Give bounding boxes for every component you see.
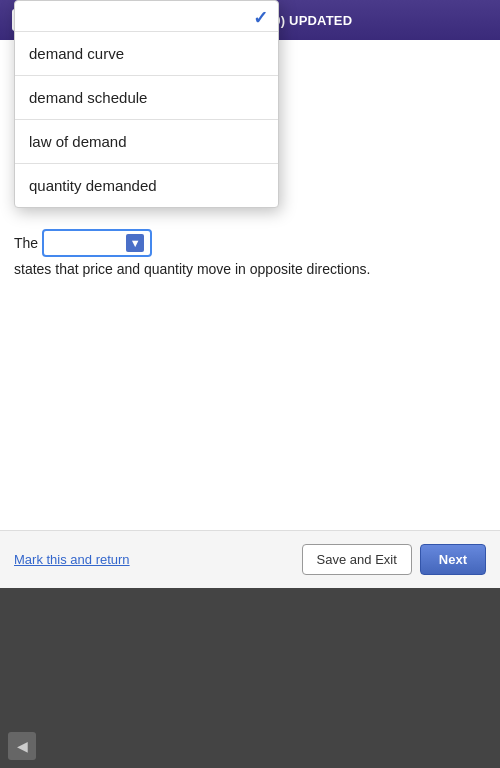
dark-bottom-area: ◀ xyxy=(0,588,500,768)
question-sentence: The ▼ states that price and quantity mov… xyxy=(0,215,500,291)
save-exit-button[interactable]: Save and Exit xyxy=(302,544,412,575)
dropdown-item-law-of-demand[interactable]: law of demand xyxy=(15,119,278,163)
checkmark-icon: ✓ xyxy=(253,7,268,29)
back-arrow-icon[interactable]: ◀ xyxy=(8,732,36,760)
dropdown-item-quantity-demanded[interactable]: quantity demanded xyxy=(15,163,278,207)
dropdown-arrow-icon: ▼ xyxy=(126,234,144,252)
next-button[interactable]: Next xyxy=(420,544,486,575)
dropdown-header: ✓ xyxy=(15,1,278,31)
action-buttons: Save and Exit Next xyxy=(302,544,486,575)
dropdown-item-demand-curve[interactable]: demand curve xyxy=(15,31,278,75)
mark-return-link[interactable]: Mark this and return xyxy=(14,552,130,567)
sentence-prefix: The xyxy=(14,235,38,251)
bottom-action-bar: Mark this and return Save and Exit Next xyxy=(0,530,500,588)
dropdown-item-demand-schedule[interactable]: demand schedule xyxy=(15,75,278,119)
answer-dropdown[interactable]: ▼ xyxy=(42,229,152,257)
dropdown-menu: ✓ demand curve demand schedule law of de… xyxy=(14,0,279,208)
sentence-suffix: states that price and quantity move in o… xyxy=(14,261,370,277)
